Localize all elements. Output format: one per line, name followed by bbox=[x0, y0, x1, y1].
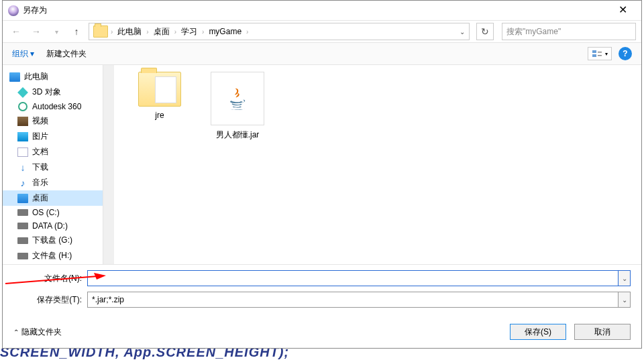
chevron-right-icon: › bbox=[111, 28, 113, 36]
sidebar-item-drive-c[interactable]: OS (C:) bbox=[3, 206, 103, 219]
filetype-dropdown-arrow[interactable]: ⌄ bbox=[619, 292, 631, 308]
save-as-dialog: 另存为 ✕ ← → ▾ ↑ › 此电脑 › 桌面 › 学习 › myGame ›… bbox=[2, 0, 642, 349]
recent-menu[interactable]: ▾ bbox=[48, 23, 64, 40]
file-label: jre bbox=[127, 111, 192, 120]
organize-bar: 组织 ▾ 新建文件夹 ▾ ? bbox=[3, 42, 641, 65]
chevron-down-icon[interactable]: ⌄ bbox=[460, 28, 465, 36]
bottom-panel: 文件名(N): ⌄ 保存类型(T): *.jar;*.zip ⌄ bbox=[3, 264, 641, 318]
disk-icon bbox=[17, 209, 28, 216]
a360-icon bbox=[17, 102, 28, 111]
disk-icon bbox=[17, 237, 28, 244]
view-menu[interactable]: ▾ bbox=[588, 47, 612, 60]
sidebar-item-desktop[interactable]: 桌面 bbox=[3, 190, 103, 206]
music-icon: ♪ bbox=[17, 178, 28, 188]
sidebar-item-this-pc[interactable]: 此电脑 bbox=[3, 69, 103, 84]
svg-rect-1 bbox=[592, 54, 596, 57]
svg-rect-2 bbox=[598, 52, 602, 53]
file-label: 男人都懂.jar bbox=[205, 129, 270, 141]
title-bar: 另存为 ✕ bbox=[3, 1, 641, 21]
window-title: 另存为 bbox=[23, 5, 609, 16]
sidebar-item-drive-g[interactable]: 下载盘 (G:) bbox=[3, 233, 103, 248]
sidebar-item-video[interactable]: 视频 bbox=[3, 113, 103, 129]
sidebar-item-downloads[interactable]: ↓下载 bbox=[3, 160, 103, 175]
filename-label: 文件名(N): bbox=[13, 273, 87, 284]
crumb-pc[interactable]: 此电脑 bbox=[115, 25, 144, 39]
footer: ⌃ 隐藏文件夹 保存(S) 取消 bbox=[3, 318, 641, 348]
svg-rect-3 bbox=[598, 55, 602, 56]
desktop-icon bbox=[17, 194, 28, 203]
sidebar-item-music[interactable]: ♪音乐 bbox=[3, 175, 103, 190]
file-list[interactable]: jre 男人都懂.jar bbox=[114, 65, 641, 264]
folder-icon bbox=[93, 25, 108, 38]
disk-icon bbox=[17, 223, 28, 229]
crumb-desktop[interactable]: 桌面 bbox=[152, 25, 172, 39]
save-button[interactable]: 保存(S) bbox=[510, 324, 566, 340]
close-button[interactable]: ✕ bbox=[609, 1, 636, 21]
jar-icon bbox=[211, 72, 264, 125]
sidebar-item-documents[interactable]: 文档 bbox=[3, 144, 103, 160]
cube-icon bbox=[17, 88, 28, 97]
chevron-right-icon: › bbox=[246, 28, 248, 36]
sidebar-item-a360[interactable]: Autodesk 360 bbox=[3, 100, 103, 113]
folder-icon bbox=[138, 72, 181, 107]
search-input[interactable]: 搜索"myGame" bbox=[502, 23, 636, 40]
breadcrumb[interactable]: › 此电脑 › 桌面 › 学习 › myGame › ⌄ bbox=[89, 23, 470, 40]
sidebar-item-drive-d[interactable]: DATA (D:) bbox=[3, 219, 103, 233]
back-button[interactable]: ← bbox=[8, 23, 24, 40]
chevron-right-icon: › bbox=[202, 28, 204, 36]
sidebar-item-drive-h[interactable]: 文件盘 (H:) bbox=[3, 248, 103, 263]
filetype-select[interactable]: *.jar;*.zip bbox=[87, 292, 619, 308]
navigation-tree[interactable]: 此电脑 3D 对象 Autodesk 360 视频 图片 文档 ↓下载 ♪音乐 … bbox=[3, 65, 103, 264]
chevron-right-icon: › bbox=[146, 28, 148, 36]
image-icon bbox=[17, 132, 28, 141]
video-icon bbox=[17, 117, 28, 126]
crumb-mygame[interactable]: myGame bbox=[207, 25, 244, 38]
new-folder-button[interactable]: 新建文件夹 bbox=[46, 48, 87, 60]
pc-icon bbox=[9, 72, 20, 82]
svg-rect-0 bbox=[592, 50, 596, 53]
chevron-right-icon: › bbox=[174, 28, 176, 36]
file-item-folder[interactable]: jre bbox=[127, 72, 192, 120]
filename-row: 文件名(N): ⌄ bbox=[13, 270, 631, 286]
app-icon bbox=[8, 5, 19, 16]
main-content: 此电脑 3D 对象 Autodesk 360 视频 图片 文档 ↓下载 ♪音乐 … bbox=[3, 65, 641, 264]
chevron-up-icon: ⌃ bbox=[13, 328, 19, 336]
sidebar-item-pictures[interactable]: 图片 bbox=[3, 129, 103, 144]
sidebar-item-3d[interactable]: 3D 对象 bbox=[3, 84, 103, 100]
tree-scrollbar[interactable] bbox=[103, 65, 114, 264]
organize-menu[interactable]: 组织 ▾ bbox=[12, 48, 34, 60]
disk-icon bbox=[17, 253, 28, 259]
download-icon: ↓ bbox=[17, 163, 28, 172]
up-button[interactable]: ↑ bbox=[68, 23, 85, 40]
cancel-button[interactable]: 取消 bbox=[574, 324, 631, 340]
hide-folders-toggle[interactable]: ⌃ 隐藏文件夹 bbox=[13, 326, 62, 338]
filetype-row: 保存类型(T): *.jar;*.zip ⌄ bbox=[13, 292, 631, 308]
nav-bar: ← → ▾ ↑ › 此电脑 › 桌面 › 学习 › myGame › ⌄ ↻ 搜… bbox=[3, 21, 641, 42]
filetype-label: 保存类型(T): bbox=[13, 294, 87, 306]
file-item-jar[interactable]: 男人都懂.jar bbox=[205, 72, 270, 141]
help-button[interactable]: ? bbox=[619, 47, 632, 60]
doc-icon bbox=[17, 147, 28, 157]
crumb-study[interactable]: 学习 bbox=[179, 25, 199, 39]
forward-button: → bbox=[28, 23, 44, 40]
refresh-button[interactable]: ↻ bbox=[476, 23, 494, 40]
filename-history-dropdown[interactable]: ⌄ bbox=[619, 270, 631, 286]
filename-input[interactable] bbox=[87, 270, 619, 286]
